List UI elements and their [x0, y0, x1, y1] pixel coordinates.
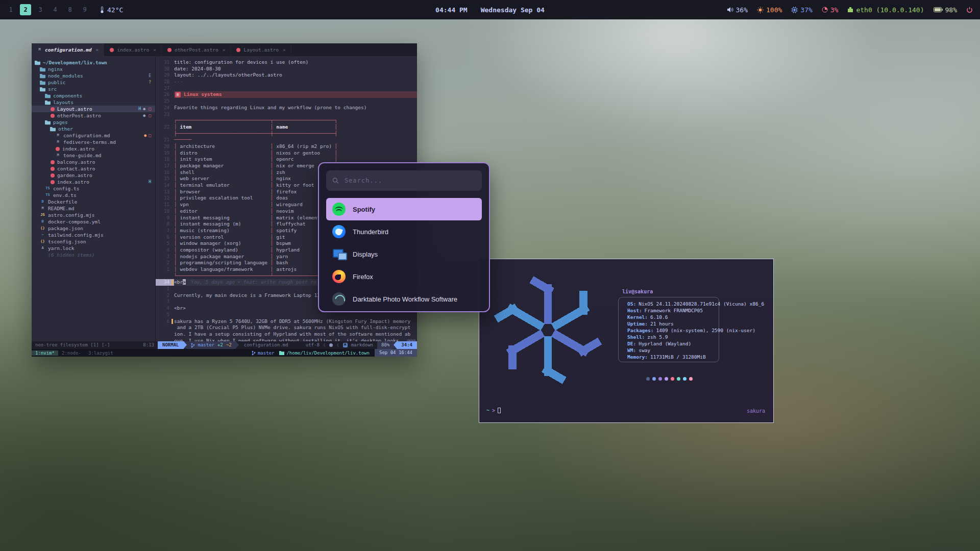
line-number: 7: [156, 228, 174, 234]
file-icon: M: [55, 153, 61, 158]
line-number: 2: [156, 260, 174, 266]
battery-value: 98%: [945, 6, 957, 14]
neotree-cursor-pos: 8:13: [143, 341, 154, 349]
shell-prompt[interactable]: ~ >: [486, 408, 501, 413]
palette-dot: [683, 377, 687, 381]
file-name: garden.astro: [57, 172, 92, 178]
tmux-window[interactable]: 1:nvim*: [32, 350, 58, 356]
editor-tab[interactable]: otherPost.astro ×: [162, 43, 231, 56]
line-number: 31: [156, 59, 174, 66]
line-number: 14: [156, 182, 174, 189]
app-label: Displays: [353, 251, 378, 258]
buffer-line: │ item │ name │: [174, 124, 417, 131]
battery-icon: [934, 7, 943, 12]
tree-item[interactable]: Layout.astro H●□: [32, 106, 155, 112]
workspace-button[interactable]: 4: [50, 4, 61, 15]
tree-item[interactable]: components: [32, 92, 155, 99]
power-button[interactable]: [966, 7, 973, 13]
fetch-user-host: liv@sakura: [622, 289, 653, 294]
file-icon: [50, 126, 56, 132]
editor-tab[interactable]: index.astro ×: [104, 43, 162, 56]
tab-close-icon[interactable]: ×: [153, 47, 156, 53]
buffer-line: date: 2024-08-30: [174, 66, 417, 72]
editor-tab[interactable]: M configuration.md ×: [32, 43, 104, 56]
workspace-button[interactable]: 3: [35, 4, 46, 15]
tree-item[interactable]: public ?: [32, 79, 155, 86]
tree-item[interactable]: A yarn.lock: [32, 245, 155, 252]
nixos-logo: [488, 264, 608, 396]
tree-item[interactable]: M configuration.md ●□: [32, 132, 155, 139]
line-number: [156, 131, 174, 137]
tree-item[interactable]: src: [32, 86, 155, 92]
app-label: Thunderbird: [353, 228, 388, 236]
app-icon: [332, 247, 346, 261]
tree-item[interactable]: node_modules E: [32, 72, 155, 79]
line-number: 2: [156, 292, 174, 299]
network-module[interactable]: eth0 (10.0.0.140): [847, 6, 924, 14]
filetype-icon: M: [37, 47, 42, 53]
line-number: 28: [156, 79, 174, 85]
tree-item[interactable]: M README.md: [32, 205, 155, 212]
launcher-item[interactable]: Thunderbird: [326, 220, 482, 243]
workspace-button[interactable]: 1: [5, 4, 16, 15]
line-number: 3: [156, 254, 174, 260]
tree-item[interactable]: layouts: [32, 99, 155, 106]
tmux-window[interactable]: 2:node-: [58, 350, 85, 356]
tree-item[interactable]: other: [32, 126, 155, 132]
file-name: (6 hidden items): [48, 252, 95, 258]
tab-close-icon[interactable]: ×: [96, 47, 99, 53]
cpu-icon: [791, 7, 798, 13]
buffer-line: [174, 98, 417, 105]
workspace-button[interactable]: 2: [20, 4, 31, 15]
search-input[interactable]: [344, 177, 476, 185]
tree-item[interactable]: contact.astro: [32, 165, 155, 172]
tree-item[interactable]: ~/Development/liv.town: [32, 59, 155, 66]
tree-item[interactable]: nginx: [32, 66, 155, 72]
tree-item[interactable]: garden.astro: [32, 172, 155, 179]
file-icon: [51, 160, 55, 164]
tree-item[interactable]: {} package.json: [32, 225, 155, 232]
tree-item[interactable]: ~ tailwind.config.mjs: [32, 232, 155, 238]
tree-item[interactable]: index.astro: [32, 145, 155, 152]
editor-tab[interactable]: Layout.astro ×: [231, 43, 291, 56]
file-icon: [40, 66, 45, 72]
launcher-item[interactable]: Displays: [326, 243, 482, 265]
workspace-button[interactable]: 8: [64, 4, 76, 15]
buffer-line: ove. I use Nix when I need software with…: [174, 338, 417, 341]
tree-item[interactable]: balcony.astro: [32, 159, 155, 165]
tree-item[interactable]: (6 hidden items): [32, 252, 155, 258]
buffer-line: layout: ../../layouts/otherPost.astro: [174, 72, 417, 79]
launcher-item[interactable]: Spotify: [326, 198, 482, 220]
tree-item[interactable]: index.astro H: [32, 179, 155, 185]
tree-item[interactable]: otherPost.astro ●□: [32, 112, 155, 119]
volume-module[interactable]: 36%: [727, 6, 748, 14]
tmux-window[interactable]: 3:lazygit: [85, 350, 117, 356]
tree-item[interactable]: M fediverse-terms.md: [32, 139, 155, 145]
file-name: fediverse-terms.md: [63, 139, 116, 145]
file-name: env.d.ts: [53, 192, 77, 198]
launcher-item[interactable]: Firefox: [326, 265, 482, 288]
file-icon: [56, 147, 60, 151]
clock-time: 04:44 PM: [435, 6, 468, 14]
tab-close-icon[interactable]: ×: [283, 47, 286, 53]
search-icon: [332, 177, 339, 184]
tree-item[interactable]: TS config.ts: [32, 185, 155, 192]
tree-item[interactable]: TS env.d.ts: [32, 192, 155, 198]
tree-item[interactable]: pages: [32, 119, 155, 126]
tree-item[interactable]: {} tsconfig.json: [32, 238, 155, 245]
tree-item[interactable]: D docker-compose.yml: [32, 218, 155, 225]
file-name: contact.astro: [57, 166, 95, 171]
tab-close-icon[interactable]: ×: [223, 47, 226, 53]
fetch-info: OS:NixOS 24.11.20240828.71e91c4 (Vicuna)…: [627, 300, 764, 360]
buffer-line: sakura has a Ryzen 5 7640U, 32GB of DDR5…: [174, 318, 417, 325]
os-icon: [329, 343, 333, 347]
buffer-line: ──────: [174, 137, 417, 143]
neotree-sidebar: ~/Development/liv.town nginx node_module…: [32, 56, 156, 341]
launcher-item[interactable]: Darktable Photo Workflow Software: [326, 288, 482, 310]
tree-item[interactable]: D Dockerfile: [32, 198, 155, 205]
tree-item[interactable]: M tone-guide.md: [32, 152, 155, 159]
workspace-button[interactable]: 9: [79, 4, 90, 15]
launcher-search[interactable]: [326, 170, 482, 191]
file-name: components: [53, 93, 82, 98]
tree-item[interactable]: JS astro.config.mjs: [32, 212, 155, 218]
